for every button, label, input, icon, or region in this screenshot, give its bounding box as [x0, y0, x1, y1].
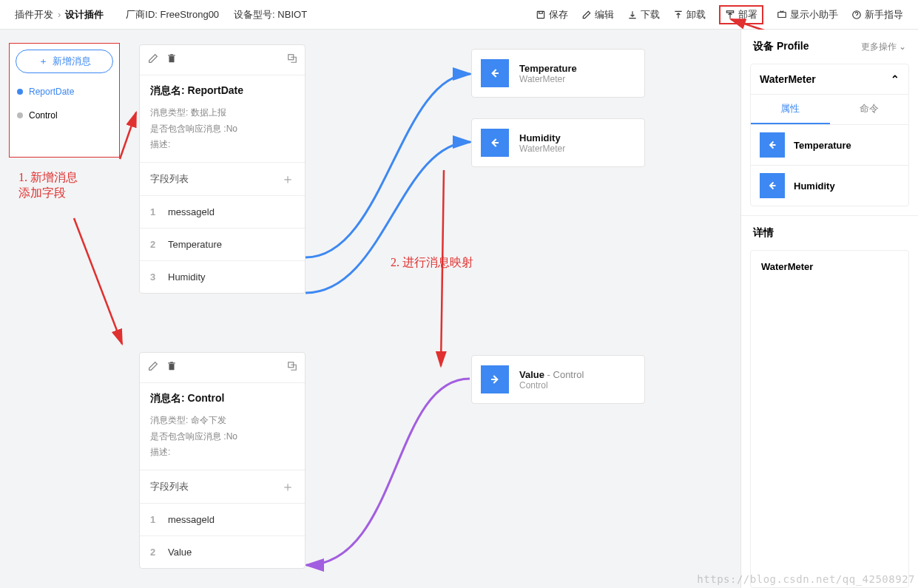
svg-rect-1 [726, 10, 733, 12]
right-panel: 设备 Profile 更多操作 ⌄ WaterMeter ⌃ 属性 命令 Tem… [740, 30, 918, 588]
target-title: Temperature [519, 63, 577, 74]
field-name: messageld [168, 206, 215, 217]
help-icon [851, 10, 862, 20]
detail-header: 详情 [741, 215, 918, 250]
uninstall-button[interactable]: 卸载 [673, 8, 706, 21]
breadcrumb-parent[interactable]: 插件开发 [15, 8, 53, 21]
field-name: Humidity [168, 271, 206, 283]
sidebar-item-control[interactable]: Control [16, 110, 113, 121]
msg-type-row: 消息类型: 命令下发 [150, 413, 294, 429]
profile-section-head[interactable]: WaterMeter ⌃ [751, 64, 908, 94]
arrow-right-icon [481, 365, 509, 393]
msg-desc-row: 描述: [150, 445, 294, 461]
field-row[interactable]: 1messageld [140, 503, 305, 535]
fields-header: 字段列表 ＋ [140, 470, 305, 503]
edit-icon[interactable] [147, 360, 159, 375]
msg-resp-row: 是否包含响应消息 :No [150, 121, 294, 138]
sidebar-item-label: Control [29, 110, 58, 121]
dot-icon [17, 89, 23, 95]
detail-title: WaterMeter [761, 261, 813, 272]
field-row[interactable]: 2Value [140, 535, 305, 568]
expand-icon[interactable] [287, 53, 297, 67]
sidebar-item-reportdate[interactable]: ReportDate [16, 87, 113, 97]
property-item-temperature[interactable]: Temperature [751, 124, 908, 165]
message-card-reportdate[interactable]: 消息名: ReportDate 消息类型: 数据上报 是否包含响应消息 :No … [139, 44, 306, 294]
arrow-left-icon [760, 173, 785, 198]
new-message-label: 新增消息 [53, 55, 91, 68]
plus-icon[interactable]: ＋ [281, 478, 294, 496]
card-title: 消息名: ReportDate [150, 84, 294, 98]
fields-label: 字段列表 [150, 480, 189, 493]
msg-resp-row: 是否包含响应消息 :No [150, 429, 294, 445]
trash-icon[interactable] [166, 53, 177, 67]
annotation-2: 2. 进行消息映射 [391, 255, 473, 271]
chevron-right-icon: › [58, 9, 61, 20]
top-info: 厂商ID: FreeStrong00 设备型号: NBIOT [126, 8, 307, 21]
fields-header: 字段列表 ＋ [140, 162, 305, 195]
target-card-temperature[interactable]: TemperatureWaterMeter [471, 49, 645, 98]
plus-icon: ＋ [38, 55, 48, 68]
target-subtitle: WaterMeter [519, 143, 565, 154]
svg-rect-0 [537, 11, 544, 18]
download-button[interactable]: 下载 [627, 8, 660, 21]
field-name: messageld [168, 514, 215, 525]
sidebar-item-label: ReportDate [29, 87, 74, 97]
property-name: Temperature [794, 140, 851, 151]
svg-rect-2 [778, 12, 786, 17]
card-header [140, 45, 305, 75]
card-title: 消息名: Control [150, 392, 294, 405]
target-title: Value - Control [519, 369, 584, 380]
tv-icon [777, 10, 787, 20]
msg-desc-row: 描述: [150, 137, 294, 153]
expand-icon[interactable] [287, 361, 297, 374]
new-message-button[interactable]: ＋ 新增消息 [16, 50, 113, 73]
chevron-up-icon: ⌃ [891, 73, 900, 85]
profile-tabs: 属性 命令 [751, 94, 908, 124]
target-card-value[interactable]: Value - ControlControl [471, 355, 645, 404]
property-name: Humidity [794, 180, 835, 192]
dot-icon [17, 112, 23, 118]
more-actions-button[interactable]: 更多操作 ⌄ [861, 41, 906, 53]
annotation-1: 1. 新增消息 添加字段 [18, 170, 78, 201]
watermark: https://blog.csdn.net/qq_42508927 [697, 573, 915, 585]
uninstall-icon [673, 10, 684, 20]
download-icon [627, 10, 638, 20]
target-card-humidity[interactable]: HumidityWaterMeter [471, 118, 645, 167]
tab-commands[interactable]: 命令 [830, 95, 909, 124]
profile-section: WaterMeter ⌃ 属性 命令 Temperature Humidity [750, 64, 909, 206]
edit-button[interactable]: 编辑 [581, 8, 614, 21]
arrow-left-icon [481, 59, 509, 87]
field-row[interactable]: 2Temperature [140, 228, 305, 260]
guide-button[interactable]: 新手指导 [851, 8, 903, 21]
message-list-panel: ＋ 新增消息 ReportDate Control [9, 43, 120, 158]
breadcrumb-current: 设计插件 [65, 8, 104, 21]
field-name: Temperature [168, 239, 222, 250]
plus-icon[interactable]: ＋ [281, 170, 294, 188]
save-button[interactable]: 保存 [536, 8, 568, 21]
field-row[interactable]: 1messageld [140, 195, 305, 228]
profile-title: 设备 Profile [753, 40, 809, 53]
breadcrumb: 插件开发 › 设计插件 [15, 8, 104, 21]
edit-icon[interactable] [147, 53, 159, 67]
vendor-id-label: 厂商ID: [126, 9, 158, 20]
message-card-control[interactable]: 消息名: Control 消息类型: 命令下发 是否包含响应消息 :No 描述:… [139, 352, 306, 569]
top-actions: 保存 编辑 下载 卸载 部署 显示小助手 新手指导 [536, 5, 903, 24]
field-row[interactable]: 3Humidity [140, 260, 305, 293]
profile-header: 设备 Profile 更多操作 ⌄ [741, 30, 918, 64]
target-subtitle: WaterMeter [519, 74, 577, 84]
design-canvas[interactable]: ＋ 新增消息 ReportDate Control 消息名: ReportDat… [0, 30, 740, 588]
field-name: Value [168, 547, 192, 558]
tab-attributes[interactable]: 属性 [751, 95, 830, 124]
property-item-humidity[interactable]: Humidity [751, 165, 908, 206]
deploy-button[interactable]: 部署 [719, 5, 763, 24]
card-header [140, 353, 305, 383]
assistant-button[interactable]: 显示小助手 [777, 8, 838, 21]
target-title: Humidity [519, 132, 565, 143]
device-model-label: 设备型号: [234, 9, 275, 20]
arrow-left-icon [760, 132, 785, 158]
target-subtitle: Control [519, 380, 584, 391]
trash-icon[interactable] [166, 360, 177, 375]
device-model-value: NBIOT [277, 9, 307, 20]
fields-label: 字段列表 [150, 172, 189, 186]
msg-type-row: 消息类型: 数据上报 [150, 105, 294, 121]
